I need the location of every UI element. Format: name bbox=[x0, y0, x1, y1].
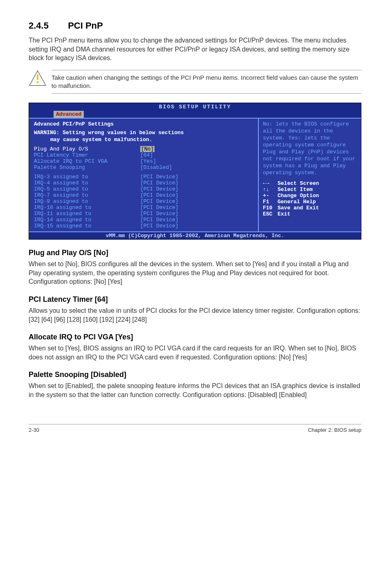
bios-row-value: [No] bbox=[140, 146, 155, 152]
bios-key: +- bbox=[263, 193, 278, 199]
bios-tabs: Advanced bbox=[29, 111, 361, 118]
bios-row-value: [PCI Device] bbox=[140, 192, 179, 198]
bios-key-hint: F10Save and Exit bbox=[263, 205, 357, 211]
bios-key-hint: ESCExit bbox=[263, 211, 357, 217]
bios-key-desc: Exit bbox=[278, 211, 290, 217]
bios-row-value: [PCI Device] bbox=[140, 217, 179, 223]
bios-footer: vMM.mm (C)Copyright 1985-2002, American … bbox=[29, 231, 361, 239]
bios-irq-row: IRQ-5 assigned to[PCI Device] bbox=[34, 186, 254, 192]
bios-help-text: No: lets the BIOS configure all the devi… bbox=[263, 121, 357, 176]
bios-irq-row: IRQ-3 assigned to[PCI Device] bbox=[34, 174, 254, 180]
bios-key-desc: Change Option bbox=[278, 193, 319, 199]
subsection-body: When set to [No], BIOS configures all th… bbox=[29, 260, 361, 277]
bios-key: ESC bbox=[263, 211, 278, 217]
bios-row-label: IRQ-4 assigned to bbox=[34, 180, 140, 186]
bios-row-label: Palette Snooping bbox=[34, 164, 140, 171]
bios-screenshot: BIOS SETUP UTILITY Advanced Advanced PCI… bbox=[29, 103, 361, 240]
bios-row-label: Allocate IRQ to PCI VGA bbox=[34, 158, 140, 164]
bios-tab-advanced: Advanced bbox=[54, 111, 84, 118]
bios-row-value: [PCI Device] bbox=[140, 174, 179, 180]
page-number: 2-30 bbox=[29, 427, 39, 433]
bios-row-label: IRQ-3 assigned to bbox=[34, 174, 140, 180]
svg-rect-1 bbox=[37, 75, 38, 80]
subsection-body: When set to [Enabled], the palete snoopi… bbox=[29, 382, 361, 399]
bios-row-value: [PCI Device] bbox=[140, 198, 179, 204]
bios-row-label: IRQ-10 assigned to bbox=[34, 204, 140, 211]
bios-key-hint: +-Change Option bbox=[263, 193, 357, 199]
section-title: PCI PnP bbox=[68, 20, 103, 31]
caution-text: Take caution when changing the settings … bbox=[52, 70, 361, 94]
bios-row-label: Plug And Play O/S bbox=[34, 146, 140, 152]
bios-row-label: IRQ-7 assigned to bbox=[34, 192, 140, 198]
svg-point-2 bbox=[37, 81, 39, 83]
bios-key-desc: Select Item bbox=[278, 186, 313, 193]
bios-row-label: IRQ-5 assigned to bbox=[34, 186, 140, 192]
bios-key: F10 bbox=[263, 205, 278, 211]
bios-key-desc: Select Screen bbox=[278, 180, 319, 186]
bios-irq-row: IRQ-11 assigned to[PCI Device] bbox=[34, 211, 254, 217]
bios-irq-row: IRQ-7 assigned to[PCI Device] bbox=[34, 192, 254, 198]
bios-warning-1: WARNING: Setting wrong values in below s… bbox=[34, 130, 254, 136]
bios-row-value: [PCI Device] bbox=[140, 186, 179, 192]
bios-row-value: [PCI Device] bbox=[140, 204, 179, 211]
bios-row-value: [Disabled] bbox=[140, 164, 172, 171]
bios-left-panel: Advanced PCI/PnP Settings WARNING: Setti… bbox=[29, 119, 259, 231]
subsection-body: Allows you to select the value in units … bbox=[29, 306, 361, 324]
bios-irq-row: IRQ-14 assigned to[PCI Device] bbox=[34, 217, 254, 223]
subsection-heading: Plug and Play O/S [No] bbox=[29, 249, 361, 257]
bios-row-label: PCI Latency Timer bbox=[34, 152, 140, 158]
subsection-heading: Allocate IRQ to PCI VGA [Yes] bbox=[29, 333, 361, 341]
bios-row-label: IRQ-15 assigned to bbox=[34, 223, 140, 229]
bios-row-label: IRQ-11 assigned to bbox=[34, 211, 140, 217]
bios-heading: Advanced PCI/PnP Settings bbox=[34, 121, 254, 127]
section-heading: 2.4.5 PCI PnP bbox=[29, 20, 361, 31]
bios-row-value: [PCI Device] bbox=[140, 180, 179, 186]
bios-key-hint: F1General Help bbox=[263, 199, 357, 205]
bios-right-panel: No: lets the BIOS configure all the devi… bbox=[259, 119, 361, 231]
bios-row-value: [PCI Device] bbox=[140, 223, 179, 229]
subsection-heading: Palette Snooping [Disabled] bbox=[29, 370, 361, 379]
section-intro: The PCI PnP menu items allow you to chan… bbox=[29, 36, 361, 63]
bios-irq-row: IRQ-15 assigned to[PCI Device] bbox=[34, 223, 254, 229]
bios-warning-2: may cause system to malfunction. bbox=[50, 137, 254, 143]
bios-row-label: IRQ-14 assigned to bbox=[34, 217, 140, 223]
subsection-body: Configuration options: [No] [Yes] bbox=[29, 277, 361, 286]
bios-config-row: Palette Snooping[Disabled] bbox=[34, 164, 254, 171]
bios-key: ↑↓ bbox=[263, 186, 278, 193]
page-footer: 2-30 Chapter 2: BIOS setup bbox=[29, 424, 361, 433]
bios-title: BIOS SETUP UTILITY bbox=[29, 103, 361, 111]
bios-key-desc: Save and Exit bbox=[278, 205, 319, 211]
bios-config-row: Allocate IRQ to PCI VGA[Yes] bbox=[34, 158, 254, 164]
bios-key-hint: ↑↓Select Item bbox=[263, 186, 357, 193]
bios-row-label: IRQ-9 assigned to bbox=[34, 198, 140, 204]
bios-row-value: [Yes] bbox=[140, 158, 156, 164]
bios-key: ←→ bbox=[263, 180, 278, 186]
caution-note: Take caution when changing the settings … bbox=[29, 70, 361, 94]
bios-config-row: PCI Latency Timer[64] bbox=[34, 152, 254, 158]
bios-config-row: Plug And Play O/S[No] bbox=[34, 146, 254, 152]
subsection-heading: PCI Latency Timer [64] bbox=[29, 295, 361, 304]
caution-icon bbox=[29, 70, 52, 86]
bios-row-value: [64] bbox=[140, 152, 153, 158]
bios-irq-row: IRQ-4 assigned to[PCI Device] bbox=[34, 180, 254, 186]
section-number: 2.4.5 bbox=[29, 20, 65, 31]
bios-row-value: [PCI Device] bbox=[140, 211, 179, 217]
bios-irq-row: IRQ-9 assigned to[PCI Device] bbox=[34, 198, 254, 204]
bios-irq-row: IRQ-10 assigned to[PCI Device] bbox=[34, 204, 254, 211]
chapter-title: Chapter 2: BIOS setup bbox=[308, 427, 361, 433]
bios-key-hint: ←→Select Screen bbox=[263, 180, 357, 186]
bios-key-desc: General Help bbox=[278, 199, 316, 205]
subsection-body: When set to [Yes], BIOS assigns an IRQ t… bbox=[29, 344, 361, 361]
bios-key: F1 bbox=[263, 199, 278, 205]
